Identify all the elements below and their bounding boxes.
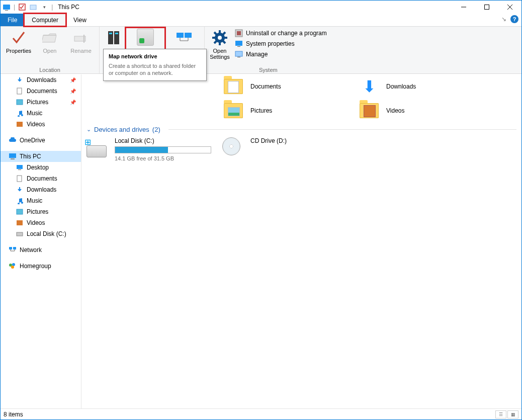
label: Settings [210,54,230,60]
help-icon[interactable]: ? [510,15,518,23]
pin-icon: 📌 [70,77,76,83]
nav-onedrive[interactable]: OneDrive [1,135,81,146]
nav-this-pc[interactable]: This PC [1,151,81,162]
manage-button[interactable]: Manage [233,50,329,59]
ribbon: Properties Open Rename Location Access m… [1,26,521,74]
qat-properties-icon[interactable] [18,3,26,11]
folder-documents-icon [222,75,244,98]
nav-item-desktop[interactable]: Desktop [1,162,81,173]
uninstall-program-button[interactable]: Uninstall or change a program [233,29,329,38]
qat-newfolder-icon[interactable] [29,3,37,11]
svg-rect-37 [11,158,15,159]
svg-rect-9 [83,35,84,43]
doc-icon [16,87,24,95]
nav-item-videos[interactable]: Videos [1,119,81,130]
label: Local Disk (C:) [27,230,66,237]
qat-dropdown-icon[interactable]: ▾ [40,3,48,11]
status-text: 8 items [4,411,23,418]
chevron-down-icon: ⌄ [86,126,91,133]
hdd-icon: ⊞ [86,137,109,157]
svg-rect-38 [17,165,23,169]
nav-item-local-disk-c-[interactable]: Local Disk (C:) [1,228,81,239]
rule [168,129,516,130]
tab-computer[interactable]: Computer [24,14,66,26]
monitor-icon [235,40,243,48]
title-bar: | ▾ | This PC [1,1,521,14]
label: This PC [20,153,41,160]
homegroup-icon [9,262,17,270]
label: Pictures [250,107,272,114]
nav-item-pictures[interactable]: Pictures [1,206,81,217]
properties-button[interactable]: Properties [4,28,34,55]
nav-item-music[interactable]: Music [1,108,81,119]
tab-view[interactable]: View [66,14,94,26]
minimize-button[interactable] [452,1,475,14]
view-tiles-button[interactable]: ▦ [507,410,518,418]
group-label: System [208,67,329,73]
pin-icon: 📌 [70,100,76,105]
label: Manage [246,51,268,58]
nav-item-downloads[interactable]: Downloads [1,184,81,195]
navigation-pane[interactable]: Downloads 📌 Documents 📌 Pictures 📌 Music… [1,74,81,408]
label: Downloads [386,83,416,90]
svg-rect-3 [30,5,36,10]
drive-cd-d[interactable]: CD Drive (D:) [222,137,348,161]
label: Videos [27,121,45,128]
folder-pictures[interactable]: Pictures [222,99,348,123]
desk-icon [16,163,24,172]
svg-rect-34 [17,100,23,105]
label: Documents [250,83,281,90]
nav-item-videos[interactable]: Videos [1,217,81,228]
nav-item-documents[interactable]: Documents [1,173,81,184]
tab-file[interactable]: File [1,14,24,26]
nav-item-pictures[interactable]: Pictures 📌 [1,97,81,108]
svg-rect-30 [237,46,240,47]
pin-icon: 📌 [70,89,76,94]
svg-rect-42 [17,220,23,225]
content-pane[interactable]: Documents ⬇ Downloads Pictures Videos [81,74,521,408]
nav-item-documents[interactable]: Documents 📌 [1,86,81,97]
rename-button: Rename [66,28,96,55]
label: Music [27,197,42,204]
explorer-body: Downloads 📌 Documents 📌 Pictures 📌 Music… [1,74,521,408]
open-button: Open [35,28,65,55]
status-bar: 8 items ☰ ▦ [1,408,521,419]
download-icon: ⬇ [358,75,380,98]
close-button[interactable] [498,1,521,14]
pc-icon [9,152,17,160]
nav-item-music[interactable]: Music [1,195,81,206]
svg-rect-13 [115,33,118,34]
svg-rect-0 [3,5,10,10]
window-title: This PC [56,4,79,11]
uninstall-icon [235,29,243,37]
label: Open [213,48,227,54]
folder-videos[interactable]: Videos [358,99,484,123]
svg-rect-36 [9,153,16,158]
system-properties-button[interactable]: System properties [233,39,329,48]
tooltip-title: Map network drive [109,53,157,59]
open-settings-button[interactable]: Open Settings [208,28,232,61]
svg-rect-39 [18,170,21,170]
folder-downloads[interactable]: ⬇ Downloads [358,74,484,99]
nav-network[interactable]: Network [1,244,81,256]
folder-documents[interactable]: Documents [222,74,348,99]
nav-item-downloads[interactable]: Downloads 📌 [1,74,81,86]
network-location-icon [176,30,192,46]
group-label: Location [4,67,96,73]
maximize-button[interactable] [475,1,498,14]
group-devices-header[interactable]: ⌄ Devices and drives (2) [86,126,516,133]
view-details-button[interactable]: ☰ [495,410,506,418]
ribbon-group-location: Properties Open Rename Location [1,27,100,73]
down-icon [16,186,24,194]
svg-rect-15 [185,33,192,38]
tooltip-body: Create a shortcut to a shared folder or … [109,62,201,76]
drive-local-c[interactable]: ⊞ Local Disk (C:) 14.1 GB free of 31.5 G… [86,137,212,161]
folder-pictures-icon [222,100,244,122]
minimize-ribbon-icon[interactable]: ↘ [501,16,506,23]
disk-icon [16,230,24,238]
down-icon [16,76,24,84]
server-icon [106,30,122,46]
ribbon-group-system: Open Settings Uninstall or change a prog… [205,27,332,73]
nav-homegroup[interactable]: Homegroup [1,261,81,272]
folder-videos-icon [358,100,380,122]
